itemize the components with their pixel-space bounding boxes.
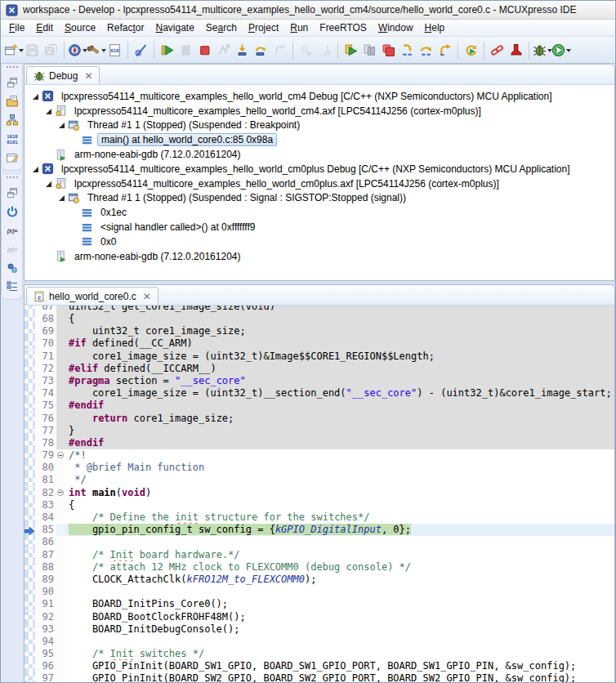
code-line-82[interactable]: 82int main(void) xyxy=(25,487,614,499)
sidebar-dots-icon[interactable] xyxy=(5,261,20,275)
code-line-94[interactable]: 94 xyxy=(25,636,614,648)
code-line-79[interactable]: 79/*! xyxy=(25,449,614,462)
code-line-90[interactable]: 90 xyxy=(25,586,614,598)
code-line-95[interactable]: 95 /* Init switches */ xyxy=(25,648,614,660)
restart-button[interactable] xyxy=(462,40,480,60)
debug-tree-row[interactable]: arm-none-eabi-gdb (7.12.0.20161204) xyxy=(25,249,614,264)
code-text[interactable]: /* Define the init structure for the swi… xyxy=(65,511,614,524)
debug-tree-row[interactable]: lpcxpresso54114_multicore_examples_hello… xyxy=(25,176,614,191)
annotation-ruler[interactable] xyxy=(25,474,35,486)
sidebar-restore-view-icon[interactable] xyxy=(5,185,20,200)
code-line-73[interactable]: 73#pragma section = "__sec_core" xyxy=(25,375,614,387)
code-text[interactable]: #pragma section = "__sec_core" xyxy=(65,375,614,387)
menu-source[interactable]: Source xyxy=(59,20,101,35)
step-into-all-button[interactable] xyxy=(398,40,417,60)
menu-file[interactable]: File xyxy=(3,20,30,35)
code-text[interactable]: /* attach 12 MHz clock to FLEXCOMM0 (deb… xyxy=(65,561,614,574)
debug-button[interactable] xyxy=(533,40,551,60)
code-text[interactable]: } xyxy=(65,425,614,437)
build-hammer-button[interactable] xyxy=(87,40,105,60)
annotation-ruler[interactable] xyxy=(25,549,35,561)
code-text[interactable]: */ xyxy=(65,474,614,486)
sidebar-memory-icon[interactable]: 10100101 xyxy=(5,132,20,146)
binary-file-button[interactable]: 010 xyxy=(105,40,124,60)
code-line-75[interactable]: 75#endif xyxy=(25,400,614,412)
code-line-80[interactable]: 80 * @brief Main function xyxy=(25,462,614,474)
step-into-button[interactable] xyxy=(233,40,252,60)
code-text[interactable] xyxy=(65,536,614,548)
code-text[interactable]: { xyxy=(65,313,614,325)
drag-handle[interactable] xyxy=(7,176,18,181)
annotation-ruler[interactable] xyxy=(25,437,35,449)
annotation-ruler[interactable] xyxy=(25,325,35,337)
annotation-ruler[interactable] xyxy=(25,511,35,524)
code-line-83[interactable]: 83{ xyxy=(25,499,614,511)
step-over-all-button[interactable] xyxy=(417,40,435,60)
annotation-ruler[interactable] xyxy=(25,449,35,462)
code-text[interactable]: core1_image_size = (uint32_t)&Image$$COR… xyxy=(65,350,614,363)
annotation-ruler[interactable] xyxy=(25,648,35,660)
debug-tree-row[interactable]: 0x0 xyxy=(25,234,614,249)
resume-all-button[interactable] xyxy=(341,40,360,60)
annotation-ruler[interactable] xyxy=(25,313,35,325)
debug-tree[interactable]: lpcxpresso54114_multicore_examples_hello… xyxy=(25,85,614,280)
code-text[interactable]: #endif xyxy=(65,437,614,449)
annotation-ruler[interactable] xyxy=(25,561,35,574)
step-return-all-button[interactable] xyxy=(435,40,454,60)
annotation-ruler[interactable] xyxy=(25,623,35,636)
menu-navigate[interactable]: Navigate xyxy=(150,20,199,35)
code-text[interactable]: #elif defined(__ICCARM__) xyxy=(65,363,614,375)
code-line-89[interactable]: 89 CLOCK_AttachClk(kFRO12M_to_FLEXCOMM0)… xyxy=(25,574,614,586)
annotation-ruler[interactable] xyxy=(25,400,35,412)
code-editor[interactable]: 67uint32_t get_core1_image_size(void)68{… xyxy=(25,306,614,683)
annotation-ruler[interactable] xyxy=(25,375,35,387)
annotation-ruler[interactable] xyxy=(25,462,35,474)
sidebar-restore-view-icon[interactable] xyxy=(5,75,20,90)
expander-icon[interactable] xyxy=(44,180,52,188)
debug-probe-button[interactable] xyxy=(68,40,87,60)
annotation-ruler[interactable] xyxy=(25,611,35,623)
code-line-76[interactable]: 76 return core1_image_size; xyxy=(25,413,614,425)
debug-tree-row[interactable]: Thread #1 1 (Stopped) (Suspended : Break… xyxy=(25,118,614,133)
annotation-ruler[interactable] xyxy=(25,574,35,586)
sidebar-outline-icon[interactable] xyxy=(5,279,20,294)
collapse-icon[interactable] xyxy=(57,489,64,496)
menu-project[interactable]: Project xyxy=(243,20,284,35)
code-text[interactable]: /* Init switches */ xyxy=(65,648,614,660)
terminate-all-button[interactable] xyxy=(379,40,398,60)
code-text[interactable]: * @brief Main function xyxy=(65,462,614,474)
sidebar-peripherals-icon[interactable] xyxy=(5,113,20,127)
code-text[interactable]: BOARD_InitDebugConsole(); xyxy=(65,623,614,636)
code-line-69[interactable]: 69 uint32_t core1_image_size; xyxy=(25,325,614,337)
drag-handle[interactable] xyxy=(7,66,18,70)
run-button[interactable] xyxy=(551,40,570,60)
sidebar-instruction-trace-icon[interactable] xyxy=(5,150,20,165)
tab-hello-world-core0[interactable]: c hello_world_core0.c ✕ xyxy=(26,287,158,305)
annotation-ruler[interactable] xyxy=(25,636,35,648)
debug-tree-row[interactable]: main() at hello_world_core0.c:85 0x98a xyxy=(25,132,614,147)
tab-debug[interactable]: Debug ✕ xyxy=(26,66,100,84)
resume-button[interactable] xyxy=(158,40,176,60)
code-text[interactable]: uint32_t core1_image_size; xyxy=(65,325,614,337)
code-text[interactable]: BOARD_InitPins_Core0(); xyxy=(65,598,614,610)
annotation-ruler[interactable] xyxy=(25,586,35,598)
code-line-78[interactable]: 78#endif xyxy=(25,437,614,449)
menu-help[interactable]: Help xyxy=(419,20,451,35)
menu-window[interactable]: Window xyxy=(373,20,419,35)
code-line-71[interactable]: 71 core1_image_size = (uint32_t)&Image$$… xyxy=(25,350,614,363)
suspend-all-button[interactable] xyxy=(360,40,379,60)
menu-search[interactable]: Search xyxy=(200,20,243,35)
code-line-68[interactable]: 68{ xyxy=(25,313,614,325)
code-line-70[interactable]: 70#if defined(__CC_ARM) xyxy=(25,337,614,350)
code-text[interactable]: return core1_image_size; xyxy=(65,413,614,425)
expander-icon[interactable] xyxy=(44,107,52,115)
code-text[interactable]: /* Init board hardware.*/ xyxy=(65,549,614,561)
annotation-ruler[interactable] xyxy=(25,350,35,363)
code-text[interactable]: core1_image_size = (uint32_t)__section_e… xyxy=(65,387,614,400)
new-wizard-button[interactable] xyxy=(4,40,23,60)
code-text[interactable]: uint32_t get_core1_image_size(void) xyxy=(65,306,614,313)
code-text[interactable]: GPIO_PinInit(BOARD_SW1_GPIO, BOARD_SW1_G… xyxy=(65,660,614,672)
annotation-ruler[interactable] xyxy=(25,337,35,350)
menu-freertos[interactable]: FreeRTOS xyxy=(314,20,373,35)
code-line-97[interactable]: 97 GPIO_PinInit(BOARD_SW2_GPIO, BOARD_SW… xyxy=(25,672,614,683)
